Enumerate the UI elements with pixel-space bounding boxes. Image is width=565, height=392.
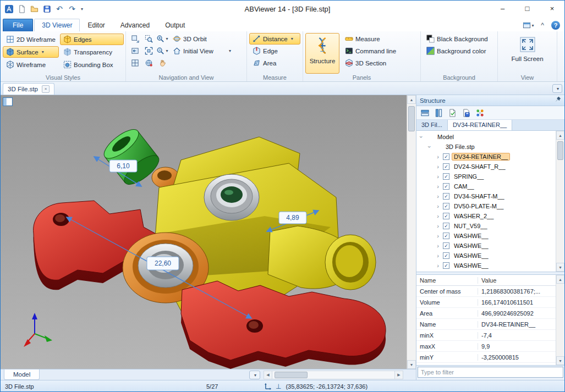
measure-panel-button[interactable]: Measure (342, 33, 399, 45)
2d-wireframe-button[interactable]: 2D Wireframe (3, 34, 59, 45)
expander-icon[interactable]: › (435, 173, 441, 180)
minimize-button[interactable]: – (490, 1, 515, 16)
edges-button[interactable]: Edges (60, 34, 124, 45)
properties-scrollbar[interactable]: ▲ ▼ (556, 275, 564, 365)
property-row[interactable]: minY -3,250000815 (416, 352, 556, 363)
full-screen-button[interactable]: Full Screen (511, 33, 545, 74)
checkbox[interactable]: ✓ (443, 153, 449, 160)
structure-panel-button[interactable]: Structure (305, 33, 339, 74)
help-icon[interactable]: ? (551, 21, 560, 30)
expander-icon[interactable]: › (435, 153, 441, 160)
ucs-icon[interactable] (265, 383, 272, 391)
scroll-left-button[interactable]: ◀ (264, 371, 272, 379)
surface-button[interactable]: Surface ▾ (3, 46, 59, 58)
property-row[interactable]: Name DV34-RETAINER__ (416, 319, 556, 330)
app-icon[interactable] (3, 3, 14, 14)
ribbon-tab[interactable]: Advanced (113, 19, 157, 31)
horizontal-scrollbar[interactable]: ◀ ▶ (264, 371, 403, 379)
distance-dropdown-icon[interactable]: ▾ (291, 36, 293, 41)
tree-item[interactable]: › ✓ WASHWE__ (416, 241, 556, 251)
document-tab[interactable]: 3D File.stp × (3, 83, 54, 95)
property-row[interactable]: Center of mass 1,21868300381767;... (416, 286, 556, 297)
dimension-label[interactable]: 4,89 (279, 212, 306, 224)
scroll-down-button[interactable]: ▼ (556, 263, 564, 272)
interface-style-icon[interactable]: ▾ (523, 20, 534, 30)
expander-icon[interactable]: › (435, 163, 441, 170)
checkbox[interactable]: ✓ (443, 233, 449, 239)
tab-close-icon[interactable]: × (42, 85, 50, 93)
scroll-up-button[interactable]: ▲ (556, 131, 564, 140)
checkbox[interactable]: ✓ (443, 193, 449, 200)
panel-toggle-icon[interactable] (3, 97, 13, 106)
redo-icon[interactable]: ↷ (67, 3, 78, 14)
checkbox[interactable]: ✓ (443, 262, 449, 269)
scroll-right-button[interactable]: ▶ (394, 371, 403, 379)
minimize-ribbon-icon[interactable]: ^ (537, 20, 548, 30)
pan-hand-button[interactable] (156, 57, 169, 69)
structure-tab[interactable]: DV34-RETAINER__ (448, 120, 512, 130)
expander-icon[interactable]: › (418, 134, 425, 140)
document-tab-menu-button[interactable]: ▾ (552, 84, 562, 93)
property-row[interactable]: maxX 9,9 (416, 341, 556, 352)
tree-item[interactable]: › ✓ WASHWE__ (416, 251, 556, 261)
tree-scrollbar[interactable]: ▲ ▼ (556, 131, 564, 272)
expander-icon[interactable]: › (435, 242, 441, 249)
tree-item[interactable]: › ✓ NUT_V59__ (416, 221, 556, 231)
maximize-button[interactable]: □ (515, 1, 540, 16)
checkbox[interactable]: ✓ (443, 203, 449, 209)
part-chrome-ring[interactable] (204, 174, 259, 220)
checkbox[interactable]: ✓ (443, 223, 449, 229)
bounding-box-button[interactable]: Bounding Box (60, 59, 124, 70)
tree-item[interactable]: › ✓ DV34-SHAFT-M__ (416, 191, 556, 201)
checkbox[interactable]: ✓ (443, 183, 449, 190)
previous-view-icon[interactable] (128, 45, 141, 57)
close-button[interactable]: × (540, 1, 564, 16)
ribbon-tab[interactable]: File (3, 19, 33, 31)
split-horizontal-icon[interactable] (419, 107, 431, 118)
undo-icon[interactable]: ↶ (54, 3, 65, 14)
expander-icon[interactable]: › (435, 193, 441, 200)
3d-model[interactable]: 6,10 4,89 22,60 (1, 95, 407, 369)
pan-view-icon[interactable] (128, 33, 141, 45)
scrollbar-thumb[interactable] (408, 106, 415, 131)
3d-orbit-button[interactable]: 3D Orbit (169, 33, 210, 45)
expander-icon[interactable]: › (435, 252, 441, 259)
3d-section-button[interactable]: 3D Section (342, 57, 399, 69)
distance-button[interactable]: Distance ▾ (249, 33, 300, 45)
edge-button[interactable]: Edge (249, 45, 300, 57)
wireframe-button[interactable]: Wireframe (3, 59, 59, 70)
perpendicular-snap-icon[interactable]: ⊥ (276, 383, 281, 390)
vertical-scrollbar[interactable]: ▲ ▼ (407, 95, 416, 369)
structure-filter-input[interactable] (418, 367, 563, 378)
scrollbar-thumb[interactable] (275, 372, 308, 378)
checkbox[interactable]: ✓ (443, 173, 449, 180)
materials-icon[interactable] (474, 107, 486, 118)
save-icon[interactable] (41, 3, 52, 14)
zoom-out-button[interactable]: ▾ (156, 45, 169, 57)
tree-item[interactable]: › ✓ CAM__ (416, 181, 556, 191)
scrollbar-thumb[interactable] (557, 141, 563, 160)
expander-icon[interactable]: › (435, 223, 441, 229)
part-red-bracket-right[interactable] (181, 281, 386, 369)
zoom-in-button[interactable]: ▾ (156, 33, 169, 45)
3d-canvas[interactable]: 6,10 4,89 22,60 (1, 95, 407, 369)
zoom-window-icon[interactable] (142, 33, 155, 45)
tree-item[interactable]: › ✓ WASHWE__ (416, 231, 556, 241)
expander-icon[interactable]: › (435, 262, 441, 269)
property-row[interactable]: minX -7,4 (416, 330, 556, 341)
transparency-button[interactable]: Transparency (60, 46, 124, 58)
new-document-icon[interactable] (16, 3, 27, 14)
pin-icon[interactable] (555, 96, 561, 104)
area-button[interactable]: Area (249, 57, 300, 69)
dimension-label[interactable]: 22,60 (147, 257, 179, 270)
black-background-button[interactable]: Black Background (423, 33, 495, 45)
tree-item[interactable]: › ✓ DV34-RETAINER__ (416, 152, 556, 162)
ribbon-tab[interactable]: Editor (80, 19, 112, 31)
save-structure-icon[interactable] (460, 107, 472, 118)
ribbon-tab[interactable]: Output (157, 19, 193, 31)
scroll-down-button[interactable]: ▼ (407, 360, 416, 369)
export-structure-icon[interactable] (447, 107, 458, 118)
model-tab[interactable]: Model (4, 369, 40, 380)
zoom-extents-icon[interactable] (142, 45, 155, 57)
tree-item[interactable]: › ✓ Model (416, 132, 556, 142)
